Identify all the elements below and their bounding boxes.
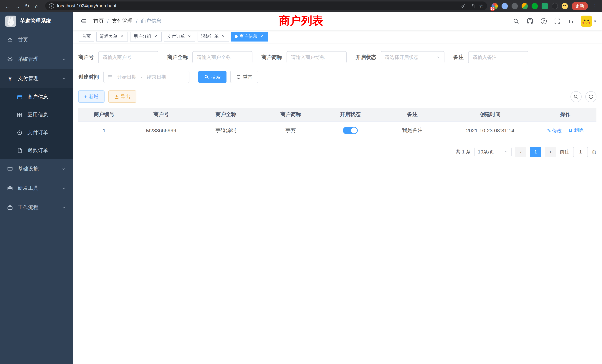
search-button[interactable]: 搜索 — [198, 71, 226, 83]
extension-icon-green-square[interactable] — [542, 3, 548, 9]
table-row: 1 M233666999 芋道源码 芋艿 我是备注 2021-10-23 08:… — [78, 121, 596, 140]
calendar-icon — [108, 74, 113, 79]
close-icon[interactable]: × — [153, 34, 158, 39]
sidebar-item-home[interactable]: 首页 — [0, 30, 73, 50]
browser-toolbar: ← → ↻ ⌂ i localhost:1024/pay/merchant ☆ … — [0, 0, 602, 12]
grid-icon — [16, 112, 23, 118]
breadcrumb: 首页 / 支付管理 / 商户信息 — [93, 18, 162, 24]
page-size-select[interactable]: 10条/页 — [474, 147, 512, 157]
start-date-input[interactable] — [115, 74, 139, 80]
caret-down-icon: ▾ — [594, 19, 596, 23]
cell-actions: ✎ 修改 删除 — [534, 121, 596, 140]
pagination-total: 共 1 条 — [456, 149, 471, 155]
close-icon[interactable]: × — [259, 34, 264, 39]
close-icon[interactable]: × — [221, 34, 226, 39]
sidebar-item-workflow[interactable]: 工作流程 — [0, 198, 73, 217]
close-icon[interactable]: × — [119, 34, 125, 39]
delete-link[interactable]: 删除 — [569, 127, 584, 134]
export-button[interactable]: 导出 — [108, 90, 136, 103]
sidebar-item-refund-order[interactable]: 退款订单 — [0, 142, 73, 159]
sidebar-item-pay-order[interactable]: 支付订单 — [0, 124, 73, 142]
font-size-icon[interactable]: TT — [568, 18, 574, 24]
chrome-update-button[interactable]: 更新 — [572, 2, 588, 10]
reset-button[interactable]: 重置 — [230, 71, 258, 83]
sidebar-toggle-icon[interactable] — [79, 16, 88, 26]
password-key-icon[interactable] — [461, 3, 466, 9]
goto-page-input[interactable] — [573, 147, 588, 157]
sidebar-item-payment[interactable]: ¥ 支付管理 — [0, 69, 73, 88]
page-size-value: 10条/页 — [478, 149, 494, 155]
short-name-input[interactable] — [287, 51, 347, 63]
sidebar-item-merchant-info[interactable]: 商户信息 — [0, 88, 73, 106]
extension-icon-gray[interactable] — [512, 3, 518, 9]
app-title: 芋道管理系统 — [20, 18, 51, 24]
forward-icon[interactable]: → — [13, 1, 22, 11]
tab-refund-order[interactable]: 退款订单 × — [198, 32, 229, 41]
chevron-down-icon — [504, 150, 508, 154]
app-logo[interactable]: 芋道管理系统 — [0, 12, 73, 30]
create-time-range-picker[interactable]: - — [103, 71, 189, 83]
cell-merchant-id: 1 — [78, 121, 130, 140]
address-bar[interactable]: i localhost:1024/pay/merchant ☆ — [45, 1, 487, 10]
status-toggle[interactable] — [343, 127, 358, 134]
tab-process-form[interactable]: 流程表单 × — [96, 32, 128, 41]
cell-short-name: 芋艿 — [260, 121, 322, 140]
breadcrumb-item-payment[interactable]: 支付管理 — [112, 18, 133, 24]
sidebar-item-devtools[interactable]: 研发工具 — [0, 179, 73, 198]
extension-icon-green-orange[interactable] — [522, 3, 528, 9]
goto-suffix: 页 — [592, 149, 596, 155]
search-icon[interactable] — [513, 18, 519, 24]
next-page-button[interactable]: › — [545, 147, 556, 157]
page-number-1[interactable]: 1 — [530, 147, 541, 157]
home-icon[interactable]: ⌂ — [32, 1, 42, 11]
extension-icon-colorful[interactable]: 10 — [492, 3, 498, 9]
hide-search-icon-button[interactable] — [570, 91, 582, 102]
pay-order-icon — [16, 130, 23, 136]
extension-icon-blue[interactable] — [502, 3, 508, 9]
breadcrumb-separator: / — [136, 18, 138, 24]
sidebar-item-app-info[interactable]: 应用信息 — [0, 106, 73, 124]
col-merchant-no: 商户号 — [130, 108, 192, 121]
tab-home[interactable]: 首页 — [79, 32, 94, 41]
tab-pay-order[interactable]: 支付订单 × — [164, 32, 195, 41]
site-info-icon[interactable]: i — [49, 3, 54, 9]
dashboard-icon — [7, 37, 13, 43]
top-navbar: 首页 / 支付管理 / 商户信息 ? — [73, 12, 602, 30]
sidebar-item-label: 支付管理 — [18, 75, 39, 82]
remark-input[interactable] — [468, 51, 528, 63]
chevron-down-icon — [62, 57, 66, 62]
navbar-actions: ? TT ▾ — [513, 16, 596, 27]
breadcrumb-item-home[interactable]: 首页 — [93, 18, 104, 24]
back-icon[interactable]: ← — [3, 1, 13, 11]
close-icon[interactable]: × — [187, 34, 192, 39]
add-button[interactable]: + 新增 — [78, 90, 104, 103]
tab-merchant-info[interactable]: 商户信息 × — [231, 32, 268, 41]
briefcase-icon — [7, 205, 13, 211]
sidebar: 芋道管理系统 首页 系统管理 ¥ 支付管理 — [0, 12, 73, 364]
end-date-input[interactable] — [144, 74, 169, 80]
sidebar-item-label: 工作流程 — [18, 204, 39, 211]
sidebar-item-infrastructure[interactable]: 基础设施 — [0, 159, 73, 179]
extension-icon-green-circle[interactable] — [532, 3, 538, 9]
github-icon[interactable] — [527, 18, 533, 24]
refresh-icon-button[interactable] — [585, 91, 596, 102]
merchant-no-label: 商户号 — [78, 54, 94, 61]
fullscreen-icon[interactable] — [554, 18, 560, 24]
sidebar-item-system[interactable]: 系统管理 — [0, 50, 73, 69]
help-icon[interactable]: ? — [541, 18, 547, 24]
range-separator: - — [141, 74, 142, 80]
profile-avatar-icon[interactable] — [562, 3, 568, 9]
reload-icon[interactable]: ↻ — [22, 1, 32, 11]
edit-link[interactable]: ✎ 修改 — [547, 128, 562, 134]
extension-icon-dark[interactable] — [552, 3, 558, 9]
browser-menu-icon[interactable]: ⋮ — [592, 3, 598, 9]
yen-icon: ¥ — [7, 75, 13, 82]
tab-user-group[interactable]: 用户分组 × — [130, 32, 162, 41]
full-name-input[interactable] — [192, 51, 252, 63]
user-avatar[interactable]: ▾ — [581, 16, 596, 27]
share-icon[interactable] — [470, 3, 475, 9]
status-select[interactable]: 请选择开启状态 — [381, 51, 444, 63]
bookmark-star-icon[interactable]: ☆ — [479, 3, 483, 9]
prev-page-button[interactable]: ‹ — [515, 147, 526, 157]
merchant-no-input[interactable] — [98, 51, 158, 63]
